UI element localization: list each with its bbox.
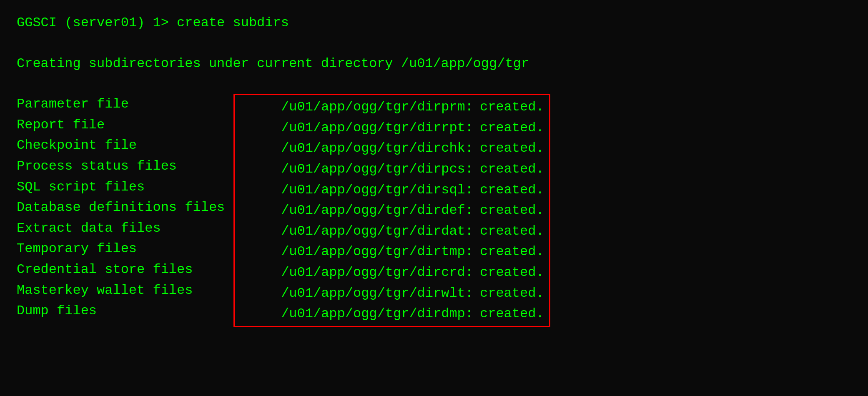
blank-2 — [17, 74, 851, 94]
blank-4 — [17, 347, 851, 367]
label-4: SQL script files — [17, 177, 225, 198]
label-10: Dump files — [17, 301, 225, 321]
path-10: /u01/app/ogg/tgr/dirdmp: — [240, 303, 473, 324]
label-2: Checkpoint file — [17, 135, 225, 156]
path-7: /u01/app/ogg/tgr/dirtmp: — [240, 241, 473, 262]
path-2: /u01/app/ogg/tgr/dirchk: — [240, 138, 473, 159]
path-3: /u01/app/ogg/tgr/dirpcs: — [240, 159, 473, 180]
status-7: created. — [480, 241, 544, 262]
label-9: Masterkey wallet files — [17, 280, 225, 301]
status-0: created. — [480, 97, 544, 118]
status-3: created. — [480, 159, 544, 180]
path-row-4: /u01/app/ogg/tgr/dirsql: created. — [240, 180, 544, 201]
status-1: created. — [480, 118, 544, 138]
label-3: Process status files — [17, 156, 225, 177]
path-row-3: /u01/app/ogg/tgr/dirpcs: created. — [240, 159, 544, 180]
file-rows-container: Parameter file Report file Checkpoint fi… — [17, 94, 851, 327]
path-row-1: /u01/app/ogg/tgr/dirrpt: created. — [240, 118, 544, 138]
creating-subdirs-line: Creating subdirectories under current di… — [17, 53, 851, 74]
status-2: created. — [480, 138, 544, 159]
path-row-8: /u01/app/ogg/tgr/dircrd: created. — [240, 262, 544, 283]
prompt-line-1: GGSCI (server01) 1> create subdirs — [17, 13, 851, 33]
status-8: created. — [480, 262, 544, 283]
label-0: Parameter file — [17, 94, 225, 115]
path-6: /u01/app/ogg/tgr/dirdat: — [240, 221, 473, 242]
status-6: created. — [480, 221, 544, 242]
status-5: created. — [480, 200, 544, 221]
prompt-line-2[interactable]: GGSCI (server01) 2> — [17, 387, 851, 396]
path-8: /u01/app/ogg/tgr/dircrd: — [240, 262, 473, 283]
status-4: created. — [480, 180, 544, 201]
status-10: created. — [480, 303, 544, 324]
path-row-0: /u01/app/ogg/tgr/dirprm: created. — [240, 97, 544, 118]
label-1: Report file — [17, 115, 225, 135]
path-row-10: /u01/app/ogg/tgr/dirdmp: created. — [240, 303, 544, 324]
path-row-6: /u01/app/ogg/tgr/dirdat: created. — [240, 221, 544, 242]
path-1: /u01/app/ogg/tgr/dirrpt: — [240, 118, 473, 138]
labels-column: Parameter file Report file Checkpoint fi… — [17, 94, 225, 327]
blank-3 — [17, 327, 851, 347]
label-6: Extract data files — [17, 218, 225, 239]
path-row-7: /u01/app/ogg/tgr/dirtmp: created. — [240, 241, 544, 262]
path-0: /u01/app/ogg/tgr/dirprm: — [240, 97, 473, 118]
highlighted-block: /u01/app/ogg/tgr/dirprm: created. /u01/a… — [233, 94, 550, 327]
path-row-2: /u01/app/ogg/tgr/dirchk: created. — [240, 138, 544, 159]
label-7: Temporary files — [17, 238, 225, 259]
status-9: created. — [480, 283, 544, 304]
path-row-9: /u01/app/ogg/tgr/dirwlt: created. — [240, 283, 544, 304]
label-8: Credential store files — [17, 259, 225, 280]
path-row-5: /u01/app/ogg/tgr/dirdef: created. — [240, 200, 544, 221]
terminal-window: GGSCI (server01) 1> create subdirs Creat… — [17, 13, 851, 396]
path-9: /u01/app/ogg/tgr/dirwlt: — [240, 283, 473, 304]
blank-1 — [17, 33, 851, 53]
path-4: /u01/app/ogg/tgr/dirsql: — [240, 180, 473, 201]
path-5: /u01/app/ogg/tgr/dirdef: — [240, 200, 473, 221]
label-5: Database definitions files — [17, 197, 225, 218]
